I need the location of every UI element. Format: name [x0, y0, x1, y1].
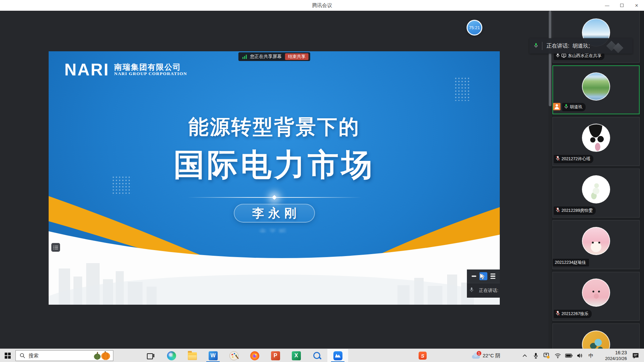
mic-status-icon: [556, 207, 560, 214]
excel-icon: X: [292, 351, 301, 360]
taskbar: 搜索 W P X S 1: [0, 349, 644, 362]
word-icon: W: [209, 351, 218, 360]
weather-widget[interactable]: 1 22°C 阴: [471, 349, 500, 362]
participant-tile[interactable]: [552, 323, 640, 349]
presenter-pill: 李永刚: [234, 204, 315, 223]
mouse-cursor: [480, 273, 485, 280]
firefox-icon: [250, 351, 259, 360]
participant-tile[interactable]: 20212289房怡雯: [552, 169, 640, 218]
slide-title-line1: 能源转型背景下的: [189, 114, 360, 141]
mic-status-icon: [564, 104, 568, 110]
participant-name: 20212289房怡雯: [561, 208, 593, 214]
task-view-icon: [146, 351, 155, 360]
toolbar-speaking-label: 正在讲话:: [479, 288, 498, 294]
taskbar-app-powerpoint[interactable]: P: [265, 349, 286, 362]
participant-tile[interactable]: 2021272许心瑶: [552, 117, 640, 166]
sogou-input-icon[interactable]: S: [419, 352, 427, 360]
mic-status-icon: [556, 156, 560, 162]
toolbar-speaking-row: 正在讲话:: [467, 283, 500, 298]
tray-battery-icon[interactable]: [565, 349, 573, 362]
presenter-name: 李永刚: [248, 205, 301, 222]
taskbar-app-word[interactable]: W: [203, 349, 223, 362]
maximize-button[interactable]: [614, 0, 629, 11]
edge-icon: [167, 351, 176, 360]
meeting-watermark-icon: [606, 41, 629, 52]
presenter-reflection: 李永刚: [260, 227, 289, 234]
mic-status-icon: [556, 311, 560, 317]
nari-brand-text: NARI: [64, 61, 109, 78]
slide-title-line2: 国际电力市场: [174, 144, 375, 186]
taskbar-app-file-explorer[interactable]: [182, 349, 203, 362]
close-button[interactable]: ✕: [629, 0, 644, 11]
participant-avatar: [582, 279, 610, 307]
start-button[interactable]: [0, 349, 15, 362]
search-icon: [20, 353, 25, 358]
ime-indicator[interactable]: 中: [587, 349, 595, 362]
system-tray: 中 16:23 2024/10/26: [521, 349, 641, 362]
tray-screenshare-icon[interactable]: [543, 349, 551, 362]
taskbar-clock[interactable]: 16:23 2024/10/26: [598, 350, 627, 361]
speaking-banner: 正在讲话: 胡道玖;: [529, 38, 633, 54]
weather-cloud-icon: 1: [471, 353, 481, 359]
share-status-text: 您正在共享屏幕: [250, 54, 282, 60]
share-status-banner: 您正在共享屏幕 结束共享: [238, 52, 310, 61]
participant-avatar: [582, 227, 610, 255]
taskbar-app-firefox[interactable]: [244, 349, 265, 362]
participant-tile[interactable]: 东山西水正在共享: [552, 11, 640, 63]
tencent-meeting-window: 腾讯会议 — ✕ NARI 南瑞集团有限公司 NARI GROUP CORPOR…: [0, 0, 644, 362]
taskbar-app-magnifier[interactable]: [307, 349, 327, 362]
pumpkin-doodle-icon[interactable]: [94, 351, 111, 360]
action-center-icon[interactable]: [630, 349, 641, 362]
participant-tile[interactable]: 20212267徐乐: [552, 272, 640, 321]
taskbar-search-box[interactable]: 搜索: [15, 350, 113, 361]
participant-name: 2021272许心瑶: [561, 156, 590, 162]
host-badge-icon: [553, 103, 560, 110]
participant-label: 2021272许心瑶: [553, 155, 593, 163]
clock-date: 2024/10/26: [598, 356, 627, 362]
participant-scrollbar[interactable]: [548, 11, 552, 349]
taskbar-app-paint[interactable]: [223, 349, 244, 362]
meeting-content: NARI 南瑞集团有限公司 NARI GROUP CORPORATION: [0, 11, 644, 349]
participant-label: 20212234赵瑜佳: [553, 259, 589, 266]
participant-label: 胡道玖: [553, 103, 586, 111]
tray-wifi-icon[interactable]: [554, 349, 562, 362]
tray-mic-icon[interactable]: [532, 349, 540, 362]
nari-company-cn: 南瑞集团有限公司: [114, 63, 187, 71]
taskbar-app-tencent-meeting[interactable]: [327, 349, 348, 362]
toolbar-menu-icon[interactable]: [490, 274, 495, 279]
powerpoint-icon: P: [271, 351, 280, 360]
scrollbar-thumb[interactable]: [549, 11, 551, 106]
signal-bars-icon: [242, 55, 247, 59]
participant-avatar: [582, 72, 610, 101]
file-explorer-icon: [188, 352, 197, 360]
participant-tile[interactable]: 20212234赵瑜佳: [552, 220, 640, 269]
shared-slide: NARI 南瑞集团有限公司 NARI GROUP CORPORATION: [49, 51, 500, 305]
slide-divider: [187, 197, 362, 198]
titlebar: 腾讯会议 — ✕: [0, 0, 644, 11]
search-placeholder: 搜索: [29, 353, 90, 359]
weather-badge: 1: [477, 351, 481, 356]
minimize-button[interactable]: —: [600, 0, 614, 11]
annotation-list-button[interactable]: [51, 243, 60, 252]
tray-volume-icon[interactable]: [576, 349, 584, 362]
meeting-timer-bubble[interactable]: 75:21: [467, 20, 482, 36]
toolbar-mic-icon: [470, 287, 474, 294]
taskbar-app-edge[interactable]: [161, 349, 182, 362]
shared-screen-stage: NARI 南瑞集团有限公司 NARI GROUP CORPORATION: [0, 11, 548, 349]
participant-name: 20212267徐乐: [561, 311, 589, 317]
collapse-toolbar-icon[interactable]: [472, 276, 476, 277]
participant-tile[interactable]: 胡道玖: [552, 65, 640, 114]
taskbar-apps: W P X: [140, 349, 348, 362]
paint-icon: [229, 351, 238, 360]
clock-time: 16:23: [598, 350, 627, 356]
tencent-meeting-icon: [333, 351, 342, 360]
participant-name: 东山西水正在共享: [568, 53, 601, 59]
participant-avatar: [582, 124, 610, 152]
dot-grid-decoration: [454, 77, 470, 101]
participant-name: 20212234赵瑜佳: [555, 260, 586, 265]
meeting-timer-value: 75:21: [469, 25, 480, 30]
taskbar-app-task-view[interactable]: [140, 349, 161, 362]
tray-expand-chevron-icon[interactable]: [521, 349, 529, 362]
taskbar-app-excel[interactable]: X: [286, 349, 307, 362]
stop-share-button[interactable]: 结束共享: [285, 53, 309, 60]
